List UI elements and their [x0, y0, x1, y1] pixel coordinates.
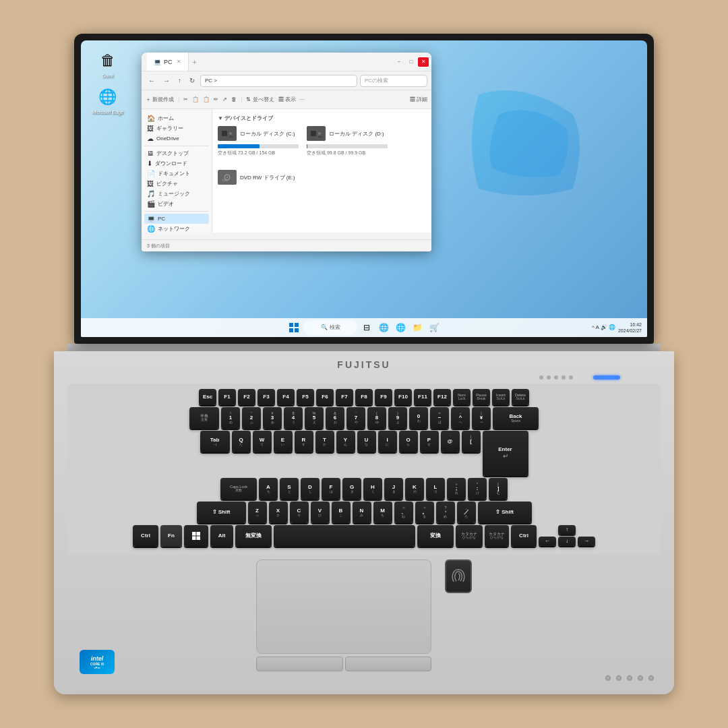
more-button[interactable]: ···	[300, 96, 305, 102]
key-shift-right[interactable]: ⇧ Shift	[478, 502, 532, 523]
drive-c[interactable]: ローカル ディスク (C:) 空き領域 73.2 GB / 154 GB	[218, 126, 299, 156]
key-f[interactable]: Fは	[322, 478, 340, 499]
key-d[interactable]: Dし	[301, 478, 320, 499]
cut-button[interactable]: ✂	[183, 96, 188, 102]
key-3[interactable]: #3あ	[263, 407, 282, 429]
key-slash[interactable]: ？・め	[436, 502, 455, 523]
back-button[interactable]: ←	[146, 75, 158, 86]
sidebar-network[interactable]: 🌐 ネットワーク	[144, 224, 209, 233]
key-space[interactable]	[274, 525, 415, 547]
key-shift-left[interactable]: ⇧ Shift	[197, 502, 246, 523]
key-backslash[interactable]: ＿／ろ	[457, 502, 476, 523]
close-button[interactable]: ✕	[418, 57, 429, 67]
key-2[interactable]: "2ふ	[242, 407, 261, 429]
sidebar-music[interactable]: 🎵 ミュージック	[144, 189, 209, 199]
key-q[interactable]: Qた	[232, 431, 251, 452]
key-m[interactable]: Mも	[373, 502, 392, 523]
key-henkan[interactable]: 変換	[417, 525, 454, 547]
sidebar-pc[interactable]: 💻 PC	[144, 214, 209, 224]
key-numlock[interactable]: NumLock	[453, 389, 471, 405]
key-f7[interactable]: F7	[336, 389, 353, 405]
sidebar-home[interactable]: 🏠 ホーム	[144, 113, 209, 123]
key-e[interactable]: Eい	[274, 431, 293, 452]
key-delete[interactable]: DeleteScrLk	[512, 389, 529, 405]
detail-view-button[interactable]: ☰ 詳細	[410, 96, 427, 103]
key-s[interactable]: Sと	[280, 478, 299, 499]
key-7[interactable]: '7や	[346, 407, 365, 429]
key-windows[interactable]	[184, 525, 208, 547]
sidebar-video[interactable]: 🎬 ビデオ	[144, 199, 209, 209]
delete-button[interactable]: 🗑	[231, 96, 237, 102]
key-at[interactable]: `@゛	[441, 431, 460, 452]
sidebar-documents[interactable]: 📄 ドキュメント	[144, 169, 209, 179]
key-h[interactable]: Hく	[363, 478, 382, 499]
new-tab-button[interactable]: +	[189, 58, 201, 66]
key-right[interactable]: →	[578, 537, 595, 546]
key-insert[interactable]: InsertScrLk	[492, 389, 510, 405]
key-b[interactable]: Bこ	[332, 502, 351, 523]
up-button[interactable]: ↑	[175, 75, 184, 86]
key-numpad-toggle[interactable]: カタカナひらがな	[485, 525, 509, 547]
key-f9[interactable]: F9	[375, 389, 392, 405]
key-caps-lock[interactable]: Caps Lock 英数	[220, 478, 257, 499]
key-left[interactable]: ←	[539, 537, 556, 546]
key-1[interactable]: !1ぬ	[221, 407, 240, 429]
key-o[interactable]: Oら	[399, 431, 418, 452]
drive-dvd[interactable]: DVD DVD RW ドライブ (E:)	[218, 170, 299, 187]
key-l[interactable]: Lり	[426, 478, 445, 499]
key-i[interactable]: Iに	[378, 431, 397, 452]
key-5[interactable]: %5え	[305, 407, 324, 429]
sort-button[interactable]: ⇅ 並べ替え	[246, 96, 274, 103]
key-f6[interactable]: F6	[316, 389, 334, 405]
store-button[interactable]: 🛒	[427, 320, 442, 335]
touchpad-surface[interactable]	[256, 559, 431, 654]
address-bar[interactable]: PC >	[200, 75, 357, 87]
desktop-icon-edge[interactable]: 🌐 Microsoft Edge	[89, 86, 126, 115]
key-k[interactable]: Kの	[405, 478, 424, 499]
key-t[interactable]: Tか	[315, 431, 334, 452]
key-katakana[interactable]: カタカナひらがな	[456, 525, 483, 547]
key-f8[interactable]: F8	[355, 389, 373, 405]
key-ctrl-right[interactable]: Ctrl	[511, 525, 537, 547]
maximize-button[interactable]: □	[406, 57, 417, 67]
key-0[interactable]: 0わ	[409, 407, 428, 429]
key-y[interactable]: Yん	[336, 431, 355, 452]
drive-d[interactable]: ローカル ディスク (D:) 空き領域 99.8 GB / 99.9 GB	[307, 126, 388, 156]
key-comma[interactable]: ＜、ね	[394, 502, 413, 523]
sidebar-gallery[interactable]: 🖼 ギャラリー	[144, 123, 209, 133]
key-c[interactable]: Cそ	[290, 502, 309, 523]
key-tab[interactable]: Tab→|	[200, 431, 230, 452]
touchpad-left-button[interactable]	[256, 657, 343, 671]
key-enter[interactable]: Enter ↵	[483, 431, 528, 476]
new-button[interactable]: ＋ 新規作成	[146, 96, 174, 103]
key-f4[interactable]: F4	[277, 389, 295, 405]
browser-button[interactable]: 🌐	[376, 320, 391, 335]
key-u[interactable]: Uな	[357, 431, 376, 452]
key-fn[interactable]: Fn	[160, 525, 182, 547]
key-period[interactable]: ＞。る	[415, 502, 434, 523]
forward-button[interactable]: →	[160, 75, 173, 86]
key-a[interactable]: Aち	[259, 478, 278, 499]
key-f1[interactable]: F1	[218, 389, 236, 405]
touchpad-right-button[interactable]	[345, 657, 432, 671]
key-n[interactable]: Nみ	[353, 502, 371, 523]
share-button[interactable]: ↗	[222, 96, 227, 102]
key-alt-left[interactable]: Alt	[210, 525, 233, 547]
key-up[interactable]: ↑	[558, 525, 576, 535]
key-v[interactable]: Vひ	[311, 502, 330, 523]
file-explorer-tab-pc[interactable]: 💻 PC ✕	[147, 53, 189, 71]
power-button-led[interactable]	[593, 375, 620, 380]
key-minus[interactable]: =−ほ	[430, 407, 449, 429]
key-f5[interactable]: F5	[297, 389, 314, 405]
key-6[interactable]: &6お	[326, 407, 344, 429]
key-r[interactable]: Rす	[295, 431, 313, 452]
search-button[interactable]: 🔍 検索	[303, 320, 357, 335]
key-muhenkan[interactable]: 無変換	[235, 525, 272, 547]
desktop-icon-recycle[interactable]: 🗑 Gomi	[89, 50, 126, 79]
key-g[interactable]: Gき	[342, 478, 361, 499]
key-pause[interactable]: PauseBreak	[473, 389, 490, 405]
sidebar-desktop[interactable]: 🖥 デスクトップ	[144, 148, 209, 158]
edge-button[interactable]: 🌐	[393, 320, 408, 335]
key-esc[interactable]: Esc	[199, 389, 216, 405]
key-8[interactable]: (8ゆ	[367, 407, 386, 429]
